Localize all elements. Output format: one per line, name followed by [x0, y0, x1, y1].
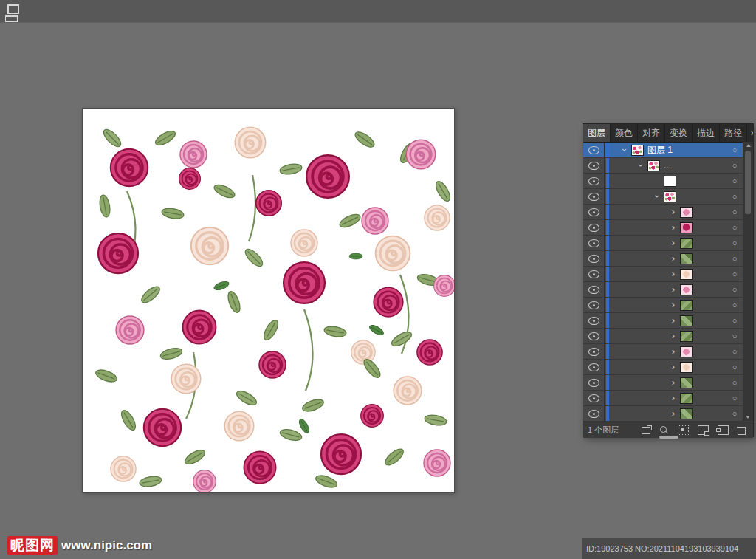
- layer-row[interactable]: › ○: [583, 236, 743, 251]
- visibility-toggle[interactable]: [583, 158, 605, 173]
- layer-thumbnail[interactable]: [680, 377, 693, 388]
- scroll-up-icon[interactable]: [746, 144, 751, 147]
- target-circle-icon[interactable]: ○: [726, 409, 743, 418]
- target-circle-icon[interactable]: ○: [726, 363, 743, 371]
- new-sublayer-icon[interactable]: [698, 425, 709, 435]
- visibility-toggle[interactable]: [583, 298, 605, 312]
- layer-thumbnail[interactable]: [680, 362, 693, 373]
- layer-thumbnail[interactable]: [680, 269, 693, 280]
- target-circle-icon[interactable]: ○: [726, 332, 743, 340]
- target-circle-icon[interactable]: ○: [726, 394, 743, 402]
- expand-arrow-icon[interactable]: ›: [667, 253, 680, 264]
- layer-thumbnail[interactable]: [664, 176, 676, 187]
- clipping-mask-icon[interactable]: [678, 425, 689, 435]
- expand-arrow-icon[interactable]: ›: [667, 331, 680, 341]
- expand-arrow-icon[interactable]: ›: [667, 377, 680, 388]
- panel-resize-grip[interactable]: [659, 436, 678, 439]
- layer-row[interactable]: › ○: [583, 220, 743, 236]
- collect-icon[interactable]: [642, 427, 650, 434]
- layer-name[interactable]: 图层 1: [647, 144, 726, 157]
- expand-arrow-icon[interactable]: ›: [619, 143, 630, 157]
- target-circle-icon[interactable]: ○: [726, 270, 743, 278]
- visibility-toggle[interactable]: [583, 360, 605, 374]
- target-circle-icon[interactable]: ○: [726, 378, 743, 387]
- layer-row[interactable]: › ○: [583, 391, 743, 406]
- visibility-toggle[interactable]: [583, 205, 605, 219]
- target-circle-icon[interactable]: ○: [726, 192, 743, 201]
- expand-arrow-icon[interactable]: ›: [636, 159, 646, 172]
- tab-panel-3[interactable]: 变换: [665, 124, 693, 142]
- expand-arrow-icon[interactable]: ›: [667, 284, 680, 295]
- visibility-toggle[interactable]: [583, 329, 605, 343]
- visibility-toggle[interactable]: [583, 236, 605, 250]
- layer-thumbnail[interactable]: [680, 408, 693, 419]
- layer-thumbnail[interactable]: [680, 346, 693, 357]
- target-circle-icon[interactable]: ○: [726, 161, 743, 170]
- layer-thumbnail[interactable]: [680, 284, 693, 295]
- visibility-toggle[interactable]: [583, 406, 605, 421]
- layer-row[interactable]: › ... ○: [583, 158, 743, 174]
- layer-thumbnail[interactable]: [631, 145, 644, 156]
- layer-thumbnail[interactable]: [680, 331, 693, 342]
- list-icon[interactable]: [5, 15, 18, 22]
- layer-thumbnail[interactable]: [680, 238, 693, 249]
- layer-row[interactable]: › ○: [583, 174, 743, 189]
- layer-thumbnail[interactable]: [647, 160, 660, 171]
- visibility-toggle[interactable]: [583, 282, 605, 297]
- visibility-toggle[interactable]: [583, 220, 605, 235]
- visibility-toggle[interactable]: [583, 375, 605, 390]
- visibility-toggle[interactable]: [583, 251, 605, 266]
- visibility-toggle[interactable]: [583, 143, 605, 157]
- tab-panel-5[interactable]: 路径: [720, 124, 747, 142]
- layer-row[interactable]: › ○: [583, 251, 743, 267]
- visibility-toggle[interactable]: [583, 174, 605, 188]
- expand-arrow-icon[interactable]: ›: [667, 207, 680, 217]
- layer-row[interactable]: › ○: [583, 406, 743, 422]
- new-layer-icon[interactable]: [718, 425, 729, 435]
- layer-row[interactable]: › ○: [583, 375, 743, 391]
- visibility-toggle[interactable]: [583, 344, 605, 359]
- visibility-toggle[interactable]: [583, 267, 605, 281]
- trash-icon[interactable]: [738, 428, 746, 435]
- layer-thumbnail[interactable]: [680, 253, 693, 264]
- target-circle-icon[interactable]: ○: [726, 145, 743, 154]
- target-circle-icon[interactable]: ○: [726, 208, 743, 216]
- layer-thumbnail[interactable]: [664, 191, 676, 202]
- scrollbar-thumb[interactable]: [745, 151, 751, 214]
- target-circle-icon[interactable]: ○: [726, 347, 743, 356]
- expand-arrow-icon[interactable]: ›: [667, 315, 680, 326]
- expand-arrow-icon[interactable]: ›: [667, 346, 680, 357]
- expand-arrow-icon[interactable]: ›: [667, 222, 680, 233]
- layer-thumbnail[interactable]: [680, 222, 693, 233]
- target-circle-icon[interactable]: ○: [726, 301, 743, 309]
- scrollbar[interactable]: [743, 142, 753, 421]
- panel-overflow-icon[interactable]: »: [747, 124, 753, 142]
- tab-panel-2[interactable]: 对齐: [638, 124, 665, 142]
- layer-row[interactable]: › ○: [583, 189, 743, 205]
- layer-thumbnail[interactable]: [680, 315, 693, 326]
- visibility-toggle[interactable]: [583, 313, 605, 328]
- target-circle-icon[interactable]: ○: [726, 316, 743, 325]
- layer-row[interactable]: › ○: [583, 344, 743, 360]
- layer-row[interactable]: › 图层 1 ○: [583, 143, 743, 158]
- expand-arrow-icon[interactable]: ›: [667, 269, 680, 279]
- target-circle-icon[interactable]: ○: [726, 223, 743, 232]
- tab-panel-4[interactable]: 描边: [693, 124, 720, 142]
- layer-row[interactable]: › ○: [583, 205, 743, 220]
- visibility-toggle[interactable]: [583, 189, 605, 204]
- target-circle-icon[interactable]: ○: [726, 285, 743, 294]
- expand-arrow-icon[interactable]: ›: [667, 408, 680, 419]
- layer-row[interactable]: › ○: [583, 313, 743, 329]
- visibility-toggle[interactable]: [583, 391, 605, 405]
- expand-arrow-icon[interactable]: ›: [667, 362, 680, 372]
- layer-thumbnail[interactable]: [680, 300, 693, 311]
- target-circle-icon[interactable]: ○: [726, 254, 743, 263]
- layer-thumbnail[interactable]: [680, 207, 693, 218]
- grid-icon[interactable]: [7, 4, 19, 14]
- expand-arrow-icon[interactable]: ›: [667, 238, 680, 248]
- layer-thumbnail[interactable]: [680, 393, 693, 404]
- layer-row[interactable]: › ○: [583, 282, 743, 298]
- expand-arrow-icon[interactable]: ›: [652, 190, 662, 203]
- layer-name[interactable]: ...: [664, 160, 726, 171]
- artboard-canvas[interactable]: [82, 108, 455, 493]
